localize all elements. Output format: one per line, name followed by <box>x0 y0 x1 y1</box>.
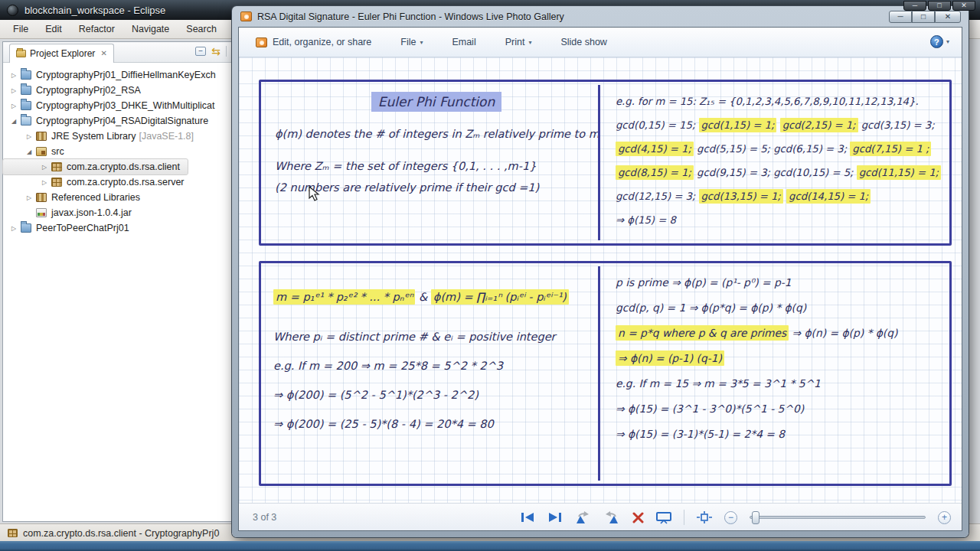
handwritten-text: ⇒ ϕ(15) = 8 <box>616 214 676 226</box>
help-icon[interactable]: ? <box>930 35 943 48</box>
handwritten-line: e.g. If m = 200 ⇒ m = 25*8 = 5^2 * 2^3 <box>273 360 598 372</box>
gallery-window-buttons: ─ □ ✕ <box>889 11 961 23</box>
menu-file[interactable]: File▾ <box>400 37 423 47</box>
menu-search[interactable]: Search <box>179 21 224 37</box>
link-with-editor-icon[interactable]: ⇆ <box>211 47 220 56</box>
tree-expand-arrow[interactable]: ◢ <box>9 118 18 125</box>
slideshow-icon[interactable] <box>656 511 671 524</box>
handwritten-line: gcd(0,15) = 15; gcd(1,15) = 1; gcd(2,15)… <box>616 119 949 132</box>
gallery-maximize-button[interactable]: □ <box>912 11 935 23</box>
tab-project-explorer[interactable]: Project Explorer ✕ <box>9 44 114 63</box>
gallery-close-button[interactable]: ✕ <box>935 11 961 23</box>
tree-item-label: JRE System Library <box>51 131 136 142</box>
handwritten-line: Where Zₘ = the set of integers {0,1, . .… <box>275 160 598 172</box>
menu-email[interactable]: Email <box>452 37 475 47</box>
tree-item[interactable]: javax.json-1.0.4.jar <box>3 205 231 220</box>
tree-item[interactable]: ◢src <box>3 144 231 159</box>
tree-expand-arrow[interactable]: ◢ <box>24 148 34 155</box>
handwritten-text: e.g. If m = 200 ⇒ m = 25*8 = 5^2 * 2^3 <box>273 360 503 372</box>
tree-expand-arrow[interactable]: ▷ <box>24 194 34 201</box>
handwritten-text: ⇒ ϕ(n) = ϕ(p) * ϕ(q) <box>789 327 897 339</box>
eclipse-window-buttons: ─ □ ✕ <box>903 1 975 11</box>
handwritten-line: ⇒ ϕ(15) = 8 <box>616 214 949 227</box>
menu-navigate[interactable]: Navigate <box>125 21 176 37</box>
tree-item-label: Referenced Libraries <box>51 192 140 203</box>
menu-label: File <box>400 37 416 47</box>
notes-divider <box>598 266 600 481</box>
handwritten-line: gcd(8,15) = 1; gcd(9,15) = 3; gcd(10,15)… <box>616 166 949 180</box>
folder-icon <box>21 70 31 80</box>
handwritten-line: ⇒ ϕ(n) = (p-1) (q-1) <box>616 351 949 366</box>
help-menu[interactable]: ? ▾ <box>930 35 949 48</box>
tree-expand-arrow[interactable]: ▷ <box>40 164 49 171</box>
tree-expand-arrow[interactable]: ▷ <box>24 133 34 140</box>
handwritten-text: Where Zₘ = the set of integers {0,1, . .… <box>275 160 536 172</box>
tree-item-label: CryptographyPrj03_DHKE_WithMultiplicat <box>36 100 214 111</box>
zoom-slider[interactable] <box>750 516 926 519</box>
tab-label: Project Explorer <box>30 48 95 59</box>
handwritten-text: ⇒ ϕ(15) = (3^1 - 3^0)*(5^1 - 5^0) <box>616 403 804 415</box>
handwritten-line: e.g. If m = 15 ⇒ m = 3*5 = 3^1 * 5^1 <box>616 377 949 391</box>
gallery-titlebar[interactable]: RSA Digital Signature - Euler Phi Functi… <box>232 6 969 27</box>
tree-expand-arrow[interactable]: ▷ <box>9 87 18 94</box>
next-icon[interactable] <box>547 512 562 523</box>
tree-expand-arrow[interactable]: ▷ <box>40 179 49 186</box>
tree-item-label: CryptographyPrj02_RSA <box>36 85 141 96</box>
tree-item-label: com.za.crypto.ds.rsa.server <box>67 177 185 187</box>
eclipse-close-button[interactable]: ✕ <box>952 1 975 11</box>
menu-refactor[interactable]: Refactor <box>72 21 122 37</box>
handwritten-line: ⇒ ϕ(200) = (25 - 5)*(8 - 4) = 20*4 = 80 <box>273 418 598 430</box>
tree-expand-arrow[interactable]: ▷ <box>9 72 18 79</box>
menu-print[interactable]: Print▾ <box>505 37 532 47</box>
toolbar-separator <box>226 46 227 57</box>
photo-gallery-window: RSA Digital Signature - Euler Phi Functi… <box>232 6 969 537</box>
handwritten-line: gcd(12,15) = 3; gcd(13,15) = 1; gcd(14,1… <box>616 190 949 204</box>
controls-separator <box>684 510 684 525</box>
tree-item[interactable]: ▷PeerToPeerChatPrj01 <box>3 220 231 236</box>
menu-file[interactable]: File <box>6 21 35 37</box>
menu-slide-show[interactable]: Slide show <box>560 37 606 47</box>
tree-item[interactable]: ▷CryptographyPrj03_DHKE_WithMultiplicat <box>3 98 231 113</box>
eclipse-maximize-button[interactable]: □ <box>928 1 951 11</box>
handwritten-text: gcd(5,15) = 5; gcd(6,15) = 3; <box>694 143 850 155</box>
rotate-right-icon[interactable] <box>603 511 620 524</box>
handwritten-line: n = p*q where p & q are primes ⇒ ϕ(n) = … <box>616 326 949 341</box>
video-progress-bar[interactable] <box>0 541 980 551</box>
gallery-window-title: RSA Digital Signature - Euler Phi Functi… <box>257 11 564 22</box>
tree-expand-arrow[interactable]: ▷ <box>9 103 18 109</box>
handwritten-text: gcd(2,15) = 1; <box>780 118 858 132</box>
handwritten-text: gcd(3,15) = 3; <box>858 119 935 131</box>
tree-expand-arrow[interactable]: ▷ <box>9 225 18 232</box>
previous-icon[interactable] <box>521 512 535 523</box>
menu-edit[interactable]: Edit <box>38 21 69 37</box>
handwritten-text: ⇒ ϕ(15) = (3-1)*(5-1) = 2*4 = 8 <box>616 428 785 440</box>
folder-open-icon <box>21 116 31 126</box>
tree-item[interactable]: ◢CryptographyPrj04_RSADigitalSignature <box>3 113 231 129</box>
delete-icon[interactable] <box>632 512 644 523</box>
notes-divider <box>598 85 600 240</box>
handwritten-line: Where pᵢ = distinct prime # & eᵢ = posit… <box>273 331 598 343</box>
edit-organize-share-button[interactable]: Edit, organize, or share <box>256 37 371 47</box>
tree-item[interactable]: ▷Referenced Libraries <box>3 190 231 205</box>
tree-item[interactable]: ▷CryptographyPrj01_DiffieHellmanKeyExch <box>3 67 231 83</box>
zoom-slider-thumb[interactable] <box>752 511 760 524</box>
notes-top-left: Euler Phi Functionϕ(m) denotes the # of … <box>261 82 598 243</box>
rotate-left-icon[interactable] <box>574 511 591 524</box>
tree-item[interactable]: ▷JRE System Library[JavaSE-1.8] <box>3 129 231 144</box>
photo-canvas[interactable]: Euler Phi Functionϕ(m) denotes the # of … <box>239 57 962 503</box>
collapse-all-icon[interactable]: − <box>195 47 206 56</box>
zoom-out-button[interactable]: − <box>724 511 737 524</box>
handwritten-text: Where pᵢ = distinct prime # & eᵢ = posit… <box>273 331 556 343</box>
tree-item[interactable]: ▷com.za.crypto.ds.rsa.client <box>3 159 188 174</box>
tree-item[interactable]: ▷CryptographyPrj02_RSA <box>3 83 231 98</box>
zoom-in-button[interactable]: + <box>938 511 951 524</box>
tree-item[interactable]: ▷com.za.crypto.ds.rsa.server <box>3 174 231 190</box>
photo-gallery-app-icon <box>240 11 252 21</box>
fit-to-window-icon[interactable] <box>697 511 712 523</box>
tab-close-icon[interactable]: ✕ <box>100 49 106 57</box>
notes-bottom-left: m = p₁ᵉ¹ * p₂ᵉ² * ... * pₙᵉⁿ & ϕ(m) = ∏ᵢ… <box>261 263 598 484</box>
menu-label: Slide show <box>560 37 606 47</box>
gallery-minimize-button[interactable]: ─ <box>889 11 912 23</box>
eclipse-minimize-button[interactable]: ─ <box>903 1 926 11</box>
handwritten-line: Euler Phi Function <box>298 94 575 109</box>
